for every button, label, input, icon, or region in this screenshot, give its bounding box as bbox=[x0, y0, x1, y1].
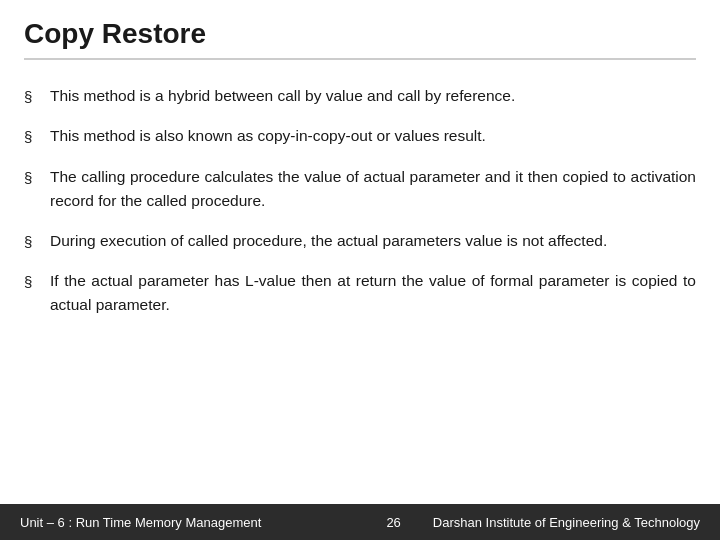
list-item: §If the actual parameter has L-value the… bbox=[24, 269, 696, 317]
list-item: §This method is also known as copy-in-co… bbox=[24, 124, 696, 148]
bullet-text: This method is also known as copy-in-cop… bbox=[50, 124, 696, 148]
footer: Unit – 6 : Run Time Memory Management 26… bbox=[0, 504, 720, 540]
bullet-list: §This method is a hybrid between call by… bbox=[24, 84, 696, 494]
bullet-icon: § bbox=[24, 85, 42, 108]
bullet-icon: § bbox=[24, 270, 42, 293]
bullet-text: During execution of called procedure, th… bbox=[50, 229, 696, 253]
bullet-text: This method is a hybrid between call by … bbox=[50, 84, 696, 108]
bullet-icon: § bbox=[24, 166, 42, 189]
list-item: §This method is a hybrid between call by… bbox=[24, 84, 696, 108]
main-content: Copy Restore §This method is a hybrid be… bbox=[0, 0, 720, 504]
bullet-text: If the actual parameter has L-value then… bbox=[50, 269, 696, 317]
bullet-icon: § bbox=[24, 230, 42, 253]
page-title: Copy Restore bbox=[24, 18, 696, 60]
footer-page: 26 bbox=[386, 515, 400, 530]
footer-unit: Unit – 6 : Run Time Memory Management bbox=[20, 515, 354, 530]
list-item: §During execution of called procedure, t… bbox=[24, 229, 696, 253]
bullet-icon: § bbox=[24, 125, 42, 148]
footer-institute: Darshan Institute of Engineering & Techn… bbox=[433, 515, 700, 530]
list-item: §The calling procedure calculates the va… bbox=[24, 165, 696, 213]
bullet-text: The calling procedure calculates the val… bbox=[50, 165, 696, 213]
